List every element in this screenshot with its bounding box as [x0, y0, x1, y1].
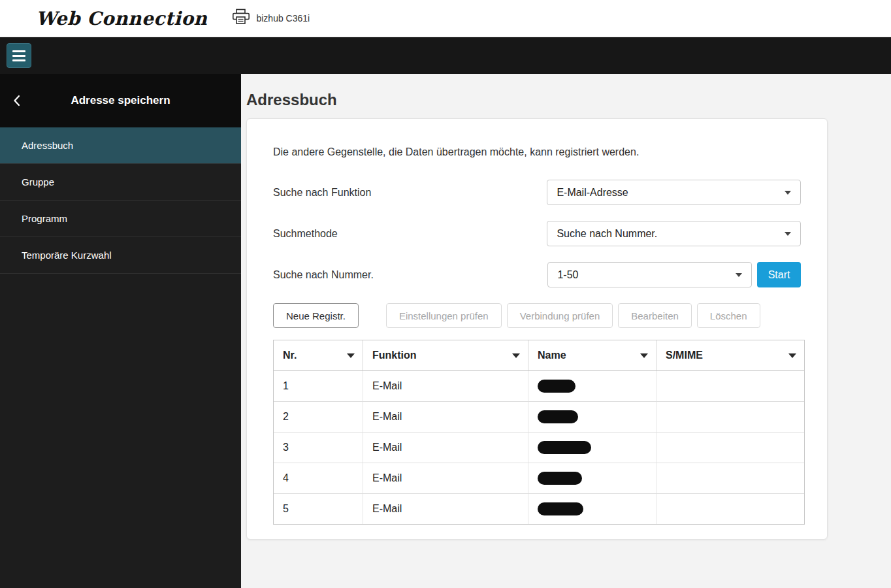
sidebar-item-programm[interactable]: Programm: [0, 201, 241, 237]
form-label-suche-nach-funktion: Suche nach Funktion: [273, 187, 547, 199]
app-bar: [0, 37, 891, 74]
printer-icon: [232, 8, 250, 28]
column-label: S/MIME: [666, 350, 703, 361]
column-label: Name: [538, 350, 566, 361]
select-value: Suche nach Nummer.: [557, 228, 785, 240]
form-label-suche-nach-nummer: Suche nach Nummer.: [273, 269, 547, 281]
main-content: Adressbuch Die andere Gegenstelle, die D…: [241, 74, 891, 588]
cell-nr: 1: [274, 371, 363, 401]
table-body: 1E-Mail2E-Mail3E-Mail4E-Mail5E-Mail: [274, 371, 804, 524]
redacted-name: [538, 472, 582, 485]
form-row: SuchmethodeSuche nach Nummer.: [273, 221, 801, 246]
chevron-down-icon: [785, 232, 791, 236]
sort-dropdown-icon[interactable]: [512, 353, 520, 358]
bearbeiten-button: Bearbeiten: [618, 303, 692, 328]
page-title: Adressbuch: [246, 91, 891, 109]
form-row: Suche nach Nummer.1-50Start: [273, 262, 801, 287]
menu-button[interactable]: [7, 43, 31, 68]
cell-smime: [656, 371, 804, 401]
table-row[interactable]: 5E-Mail: [274, 494, 804, 524]
cell-smime: [656, 494, 804, 524]
select-value: E-Mail-Adresse: [557, 187, 785, 199]
cell-smime: [656, 463, 804, 493]
sort-dropdown-icon[interactable]: [788, 353, 796, 358]
column-header-name: Name: [528, 340, 656, 370]
cell-nr: 5: [274, 494, 363, 524]
column-label: Funktion: [372, 350, 417, 361]
chevron-down-icon: [736, 273, 742, 277]
top-header: Web Connection bizhub C361i: [0, 0, 891, 37]
brand-logo: Web Connection: [36, 8, 207, 29]
action-bar: Neue Registr.Einstellungen prüfenVerbind…: [273, 303, 801, 328]
table-row[interactable]: 4E-Mail: [274, 463, 804, 494]
sidebar-item-adressbuch[interactable]: Adressbuch: [0, 127, 241, 164]
cell-funktion: E-Mail: [363, 494, 528, 524]
column-header-nr: Nr.: [274, 340, 363, 370]
intro-text: Die andere Gegenstelle, die Daten übertr…: [273, 146, 801, 158]
column-header-funktion: Funktion: [363, 340, 528, 370]
redacted-name: [538, 502, 583, 515]
cell-name: [528, 494, 656, 524]
cell-nr: 2: [274, 402, 363, 432]
device-info: bizhub C361i: [232, 8, 310, 28]
cell-nr: 3: [274, 433, 363, 463]
table-row[interactable]: 3E-Mail: [274, 433, 804, 463]
device-name: bizhub C361i: [256, 13, 310, 24]
sort-dropdown-icon[interactable]: [347, 353, 355, 358]
column-header-smime: S/MIME: [656, 340, 804, 370]
back-chevron-icon[interactable]: [9, 74, 24, 127]
redacted-name: [538, 380, 575, 393]
cell-name: [528, 402, 656, 432]
sidebar-title: Adresse speichern: [71, 94, 170, 107]
cell-funktion: E-Mail: [363, 463, 528, 493]
form-label-suchmethode: Suchmethode: [273, 228, 547, 240]
cell-name: [528, 433, 656, 463]
sidebar-item-gruppe[interactable]: Gruppe: [0, 164, 241, 201]
sidebar: Adresse speichern AdressbuchGruppeProgra…: [0, 74, 241, 588]
verbindung-prüfen-button: Verbindung prüfen: [507, 303, 613, 328]
cell-nr: 4: [274, 463, 363, 493]
column-label: Nr.: [283, 350, 297, 361]
search-form: Suche nach FunktionE-Mail-AdresseSuchmet…: [273, 180, 801, 287]
select-value: 1-50: [557, 269, 736, 281]
hamburger-icon: [12, 50, 25, 61]
sidebar-header: Adresse speichern: [0, 74, 241, 127]
chevron-down-icon: [785, 191, 791, 195]
löschen-button: Löschen: [697, 303, 760, 328]
cell-smime: [656, 433, 804, 463]
cell-funktion: E-Mail: [363, 371, 528, 401]
cell-name: [528, 371, 656, 401]
sort-dropdown-icon[interactable]: [640, 353, 648, 358]
start-button[interactable]: Start: [757, 262, 801, 287]
select-suchmethode[interactable]: Suche nach Nummer.: [547, 221, 801, 246]
select-suche-nach-funktion[interactable]: E-Mail-Adresse: [547, 180, 801, 205]
cell-name: [528, 463, 656, 493]
einstellungen-prüfen-button: Einstellungen prüfen: [386, 303, 502, 328]
table-row[interactable]: 2E-Mail: [274, 402, 804, 433]
sidebar-item-temporäre-kurzwahl[interactable]: Temporäre Kurzwahl: [0, 237, 241, 274]
cell-funktion: E-Mail: [363, 433, 528, 463]
address-table: Nr.FunktionNameS/MIME 1E-Mail2E-Mail3E-M…: [273, 340, 805, 525]
table-header-row: Nr.FunktionNameS/MIME: [274, 340, 804, 371]
select-suche-nach-nummer[interactable]: 1-50: [547, 262, 752, 287]
cell-funktion: E-Mail: [363, 402, 528, 432]
neue-registr-button[interactable]: Neue Registr.: [273, 303, 359, 328]
redacted-name: [538, 410, 578, 423]
addressbook-card: Die andere Gegenstelle, die Daten übertr…: [246, 118, 828, 540]
sidebar-menu: AdressbuchGruppeProgrammTemporäre Kurzwa…: [0, 127, 241, 274]
form-row: Suche nach FunktionE-Mail-Adresse: [273, 180, 801, 205]
cell-smime: [656, 402, 804, 432]
table-row[interactable]: 1E-Mail: [274, 371, 804, 402]
redacted-name: [538, 441, 591, 454]
